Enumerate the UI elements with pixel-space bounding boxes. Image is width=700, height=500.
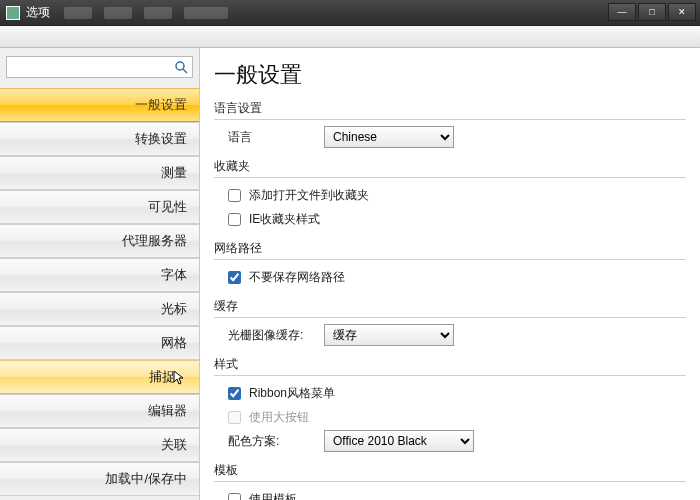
sidebar-item-2[interactable]: 测量 xyxy=(0,156,199,190)
sidebar-item-10[interactable]: 关联 xyxy=(0,428,199,462)
maximize-button[interactable]: □ xyxy=(638,3,666,21)
add-open-files-checkbox[interactable] xyxy=(228,189,241,202)
use-template-checkbox[interactable] xyxy=(228,493,241,501)
svg-line-1 xyxy=(183,69,187,73)
divider xyxy=(214,119,686,120)
sidebar-item-0[interactable]: 一般设置 xyxy=(0,88,199,122)
dont-save-netpath-checkbox[interactable] xyxy=(228,271,241,284)
section-favorites: 收藏夹 添加打开文件到收藏夹 IE收藏夹样式 xyxy=(214,158,686,230)
divider xyxy=(214,375,686,376)
sidebar-item-4[interactable]: 代理服务器 xyxy=(0,224,199,258)
section-title-template: 模板 xyxy=(214,462,686,479)
big-buttons-label: 使用大按钮 xyxy=(249,409,309,426)
sidebar-item-8[interactable]: 捕捉 xyxy=(0,360,199,394)
content-pane: 一般设置 语言设置 语言 Chinese 收藏夹 添加打开文件到收藏夹 IE收藏… xyxy=(200,48,700,500)
ie-style-label: IE收藏夹样式 xyxy=(249,211,320,228)
section-cache: 缓存 光栅图像缓存: 缓存 xyxy=(214,298,686,346)
page-title: 一般设置 xyxy=(214,60,686,90)
sidebar-item-label: 网格 xyxy=(161,334,187,352)
sidebar-item-1[interactable]: 转换设置 xyxy=(0,122,199,156)
sidebar-item-label: 光标 xyxy=(161,300,187,318)
divider xyxy=(214,177,686,178)
sidebar-item-6[interactable]: 光标 xyxy=(0,292,199,326)
use-template-label: 使用模板 xyxy=(249,491,297,501)
sidebar-item-label: 编辑器 xyxy=(148,402,187,420)
sidebar-item-11[interactable]: 加载中/保存中 xyxy=(0,462,199,496)
sidebar-item-label: 转换设置 xyxy=(135,130,187,148)
section-title-language: 语言设置 xyxy=(214,100,686,117)
dont-save-netpath-label: 不要保存网络路径 xyxy=(249,269,345,286)
sidebar-item-label: 一般设置 xyxy=(135,96,187,114)
sidebar-item-9[interactable]: 编辑器 xyxy=(0,394,199,428)
divider xyxy=(214,259,686,260)
section-title-netpath: 网络路径 xyxy=(214,240,686,257)
language-label: 语言 xyxy=(228,129,316,146)
sidebar-item-label: 可见性 xyxy=(148,198,187,216)
search-input-wrap[interactable] xyxy=(6,56,193,78)
titlebar: 选项 — □ ✕ xyxy=(0,0,700,26)
sidebar-item-5[interactable]: 字体 xyxy=(0,258,199,292)
big-buttons-checkbox xyxy=(228,411,241,424)
scheme-label: 配色方案: xyxy=(228,433,316,450)
menu-blur-group xyxy=(64,7,228,19)
sidebar-item-label: 关联 xyxy=(161,436,187,454)
sidebar-item-label: 加载中/保存中 xyxy=(105,470,187,488)
svg-point-0 xyxy=(176,62,184,70)
add-open-files-label: 添加打开文件到收藏夹 xyxy=(249,187,369,204)
section-title-favorites: 收藏夹 xyxy=(214,158,686,175)
close-button[interactable]: ✕ xyxy=(668,3,696,21)
sidebar-item-3[interactable]: 可见性 xyxy=(0,190,199,224)
sidebar-item-label: 测量 xyxy=(161,164,187,182)
minimize-button[interactable]: — xyxy=(608,3,636,21)
cache-label: 光栅图像缓存: xyxy=(228,327,316,344)
window-title: 选项 xyxy=(26,4,50,21)
app-icon xyxy=(6,6,20,20)
cursor-icon xyxy=(173,370,185,389)
section-style: 样式 Ribbon风格菜单 使用大按钮 配色方案: Office 2010 Bl… xyxy=(214,356,686,452)
sidebar-item-label: 捕捉 xyxy=(149,368,175,386)
window-controls: — □ ✕ xyxy=(606,3,696,23)
divider xyxy=(214,317,686,318)
divider xyxy=(214,481,686,482)
section-template: 模板 使用模板 模板名 xyxy=(214,462,686,500)
sidebar-item-7[interactable]: 网格 xyxy=(0,326,199,360)
ribbon-checkbox[interactable] xyxy=(228,387,241,400)
language-select[interactable]: Chinese xyxy=(324,126,454,148)
sidebar: 一般设置转换设置测量可见性代理服务器字体光标网格捕捉编辑器关联加载中/保存中 xyxy=(0,48,200,500)
search-icon xyxy=(174,60,188,74)
section-title-style: 样式 xyxy=(214,356,686,373)
ribbon-label: Ribbon风格菜单 xyxy=(249,385,335,402)
cache-select[interactable]: 缓存 xyxy=(324,324,454,346)
menubar xyxy=(0,26,700,48)
section-title-cache: 缓存 xyxy=(214,298,686,315)
scheme-select[interactable]: Office 2010 Black xyxy=(324,430,474,452)
search-input[interactable] xyxy=(11,60,174,74)
section-language: 语言设置 语言 Chinese xyxy=(214,100,686,148)
sidebar-nav: 一般设置转换设置测量可见性代理服务器字体光标网格捕捉编辑器关联加载中/保存中 xyxy=(0,88,199,500)
ie-style-checkbox[interactable] xyxy=(228,213,241,226)
sidebar-item-label: 字体 xyxy=(161,266,187,284)
sidebar-item-label: 代理服务器 xyxy=(122,232,187,250)
section-netpath: 网络路径 不要保存网络路径 xyxy=(214,240,686,288)
